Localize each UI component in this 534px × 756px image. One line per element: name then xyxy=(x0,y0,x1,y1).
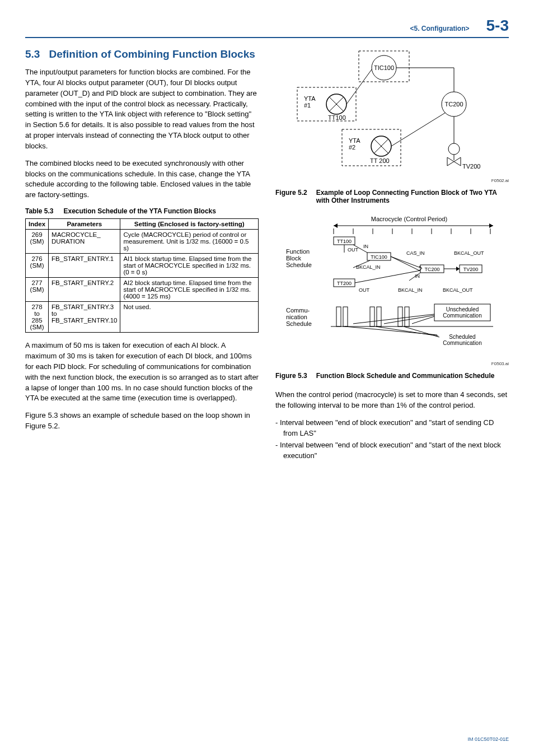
paragraph: When the control period (macrocycle) is … xyxy=(275,390,509,411)
table-caption-num: Table 5.3 xyxy=(25,207,53,215)
figure-5-3-caption: Figure 5.3 Function Block Schedule and C… xyxy=(275,372,509,380)
tic100-blk: TIC100 xyxy=(371,254,387,260)
fig-num: Figure 5.2 xyxy=(275,189,307,204)
svg-rect-43 xyxy=(336,307,341,326)
cell-index: 278 to 285 (SM) xyxy=(26,302,49,333)
figure-5-3: Macrocycle (Control Period) FunctionBloc… xyxy=(275,214,509,366)
table-header: Setting (Enclosed is factory-setting) xyxy=(120,219,259,230)
cell-param: FB_START_ENTRY.3 to FB_START_ENTRY.10 xyxy=(49,302,120,333)
figure-5-2: TIC100 TC200 YTA#1 TT100 YTA#2 TT 200 xyxy=(275,48,509,183)
svg-marker-19 xyxy=(489,223,493,228)
yta2-label: YTA#2 xyxy=(349,137,360,151)
svg-rect-48 xyxy=(405,307,409,326)
svg-line-41 xyxy=(355,270,420,283)
cell-setting: Not used. xyxy=(120,302,259,333)
bkcalout2-label: BKCAL_OUT xyxy=(443,287,473,293)
svg-marker-37 xyxy=(456,267,460,271)
svg-line-52 xyxy=(412,316,434,324)
list-item: Interval between "end of block execution… xyxy=(283,418,509,439)
figure-5-2-caption: Figure 5.2 Example of Loop Connecting Fu… xyxy=(275,189,509,204)
cell-index: 269 (SM) xyxy=(26,230,49,254)
section-number: 5.3 xyxy=(25,48,40,60)
header-section-label: <5. Configuration> xyxy=(410,25,470,32)
svg-rect-46 xyxy=(377,307,381,326)
cs-label: Commu-nicationSchedule xyxy=(286,307,312,327)
paragraph: Figure 5.3 shows an example of schedule … xyxy=(25,410,259,432)
tc200-label: TC200 xyxy=(444,101,463,108)
cell-index: 276 (SM) xyxy=(26,254,49,278)
unsched-label: UnscheduledCommunication xyxy=(443,306,481,319)
bullet-list: Interval between "end of block execution… xyxy=(275,418,509,461)
section-heading: 5.3 Definition of Combining Function Blo… xyxy=(25,48,259,60)
figure-ai-ref: F0502.ai xyxy=(275,178,509,183)
footer-doc-id: IM 01C50T02-01E xyxy=(467,736,509,742)
section-title-text: Definition of Combining Function Blocks xyxy=(49,48,255,60)
yta1-label: YTA#1 xyxy=(304,95,316,109)
fig-title: Example of Loop Connecting Function Bloc… xyxy=(316,189,509,204)
tt100-label: TT100 xyxy=(328,114,346,121)
table-header: Parameters xyxy=(49,219,120,230)
paragraph: The combined blocks need to be executed … xyxy=(25,158,259,200)
tic100-label: TIC100 xyxy=(373,64,394,71)
tt200-label: TT 200 xyxy=(370,157,390,164)
bkcalin2-label: BKCAL_IN xyxy=(398,287,423,293)
macrocycle-label: Macrocycle (Control Period) xyxy=(371,216,447,222)
bkcalout1-label: BKCAL_OUT xyxy=(454,250,484,256)
schedule-table: Index Parameters Setting (Enclosed is fa… xyxy=(25,218,259,333)
cell-setting: AI1 block startup time. Elapsed time fro… xyxy=(120,254,259,278)
cell-param: FB_START_ENTRY.1 xyxy=(49,254,120,278)
table-row: 269 (SM) MACROCYCLE_ DURATION Cycle (MAC… xyxy=(26,230,259,254)
sched-label: ScheduledCommunication xyxy=(443,334,481,346)
right-column: TIC100 TC200 YTA#1 TT100 YTA#2 TT 200 xyxy=(275,48,509,463)
fbs-label: FunctionBlockSchedule xyxy=(286,248,312,268)
cell-param: FB_START_ENTRY.2 xyxy=(49,278,120,302)
cell-index: 277 (SM) xyxy=(26,278,49,302)
tt100-blk: TT100 xyxy=(336,239,351,244)
svg-marker-18 xyxy=(334,223,338,228)
svg-rect-44 xyxy=(343,307,348,326)
table-header: Index xyxy=(26,219,49,230)
fig-num: Figure 5.3 xyxy=(275,372,307,380)
tc200-blk: TC200 xyxy=(424,267,439,272)
out2-label: OUT xyxy=(359,287,370,293)
casin-label: CAS_IN xyxy=(406,250,425,256)
cell-param: MACROCYCLE_ DURATION xyxy=(49,230,120,254)
table-row: 276 (SM) FB_START_ENTRY.1 AI1 block star… xyxy=(26,254,259,278)
loop-diagram: TIC100 TC200 YTA#1 TT100 YTA#2 TT 200 xyxy=(286,48,499,177)
content-columns: 5.3 Definition of Combining Function Blo… xyxy=(25,48,509,463)
svg-rect-47 xyxy=(398,307,402,326)
list-item: Interval between "end of block execution… xyxy=(283,440,509,461)
svg-marker-33 xyxy=(391,256,422,270)
svg-line-54 xyxy=(376,326,438,336)
paragraph: A maximum of 50 ms is taken for executio… xyxy=(25,340,259,404)
table-caption: Table 5.3 Execution Schedule of the YTA … xyxy=(25,207,259,215)
table-row: 277 (SM) FB_START_ENTRY.2 AI2 block star… xyxy=(26,278,259,302)
cell-setting: Cycle (MACROCYCLE) period of control or … xyxy=(120,230,259,254)
out1-label: OUT xyxy=(348,247,359,253)
svg-line-15 xyxy=(391,113,446,146)
paragraph: The input/output parameters for function… xyxy=(25,67,259,152)
header-page-number: 5-3 xyxy=(486,17,509,35)
table-caption-title: Execution Schedule of the YTA Function B… xyxy=(63,207,259,215)
left-column: 5.3 Definition of Combining Function Blo… xyxy=(25,48,259,463)
schedule-diagram: Macrocycle (Control Period) FunctionBloc… xyxy=(280,214,504,360)
tv200-label: TV200 xyxy=(462,163,480,170)
page-header: <5. Configuration> 5-3 xyxy=(25,17,509,38)
cell-setting: AI2 block startup time. Elapsed time fro… xyxy=(120,278,259,302)
tt200-blk: TT200 xyxy=(336,281,351,286)
figure-ai-ref: F0503.ai xyxy=(275,361,509,366)
table-row: 278 to 285 (SM) FB_START_ENTRY.3 to FB_S… xyxy=(26,302,259,333)
tv200-blk: TV200 xyxy=(463,267,478,272)
in1-label: IN xyxy=(363,244,368,249)
fig-title: Function Block Schedule and Communicatio… xyxy=(316,372,509,380)
svg-rect-45 xyxy=(370,307,374,326)
